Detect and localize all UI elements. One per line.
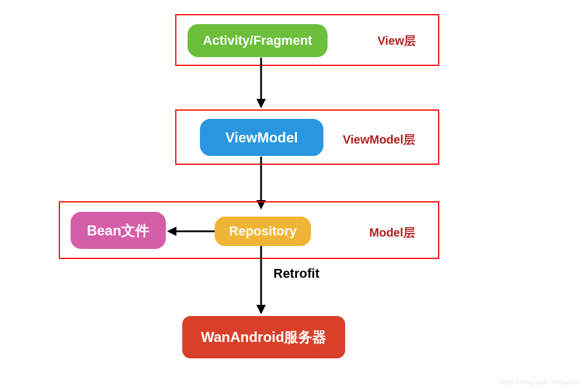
arrow-repository-to-bean [166,225,215,238]
activity-fragment-text: Activity/Fragment [203,33,312,48]
svg-marker-7 [256,305,266,314]
server-node: WanAndroid服务器 [182,316,345,358]
viewmodel-layer-label: ViewModel层 [343,132,415,148]
server-text: WanAndroid服务器 [201,328,327,347]
view-layer-label: View层 [377,33,416,49]
bean-node: Bean文件 [71,212,166,249]
watermark-text: https://blog.csdn.net/jaynm [499,378,581,385]
viewmodel-node: ViewModel [200,119,323,156]
svg-marker-1 [256,99,266,108]
bean-text: Bean文件 [87,221,150,240]
repository-text: Repository [229,224,297,239]
retrofit-label: Retrofit [273,266,319,281]
arrow-repository-to-server [253,246,269,315]
model-layer-label: Model层 [369,225,415,241]
arrow-view-to-viewmodel [253,58,269,109]
viewmodel-text: ViewModel [225,129,298,146]
activity-fragment-node: Activity/Fragment [188,24,328,57]
svg-marker-5 [167,227,176,236]
repository-node: Repository [215,217,311,246]
